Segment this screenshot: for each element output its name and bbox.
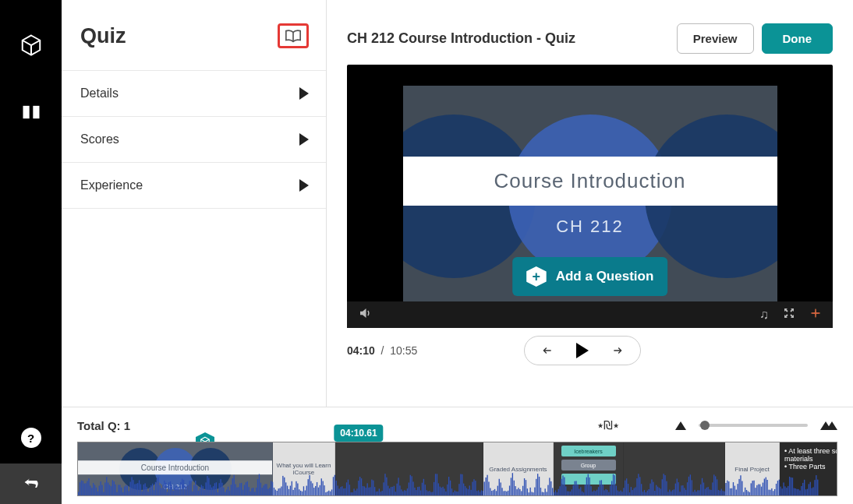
music-icon[interactable]: ♫ [759,308,769,322]
book-open-icon [285,29,302,43]
preview-area: CH 212 Course Introduction - Quiz Previe… [327,0,853,407]
zoom-slider-knob[interactable] [700,421,710,430]
play-icon [576,343,589,358]
plus-icon: + [526,266,547,287]
left-nav-rail: ? [0,0,62,504]
preview-button[interactable]: Preview [677,23,754,54]
panel-item-experience[interactable]: Experience [62,162,326,209]
prev-button[interactable] [540,345,554,356]
panel-item-label: Experience [80,178,143,192]
slide-subtitle: CH 212 [556,217,624,237]
video-control-bar: ♫ [347,301,833,328]
total-time: 10:55 [390,344,417,357]
panel-item-details[interactable]: Details [62,70,326,116]
video-slide: Course Introduction CH 212 + Add a Quest… [403,86,777,307]
next-button[interactable] [611,345,625,356]
chevron-right-icon [299,133,309,146]
svg-rect-1 [33,106,39,118]
chevron-right-icon [299,87,309,100]
app-root: ? Quiz Details Scores [0,0,853,504]
waveform-toggle-icon[interactable]: ٭₪٭ [597,418,619,432]
nav-cube-icon[interactable] [17,31,45,59]
add-question-label: Add a Question [556,269,654,284]
help-button[interactable]: ? [21,428,41,448]
timeline-region: Total Q: 1 ٭₪٭ [62,407,853,504]
play-button[interactable] [576,343,589,358]
panel-item-label: Details [80,86,119,100]
slide-title: Course Introduction [403,157,777,206]
svg-rect-2 [30,106,31,118]
timeline-thumb[interactable]: Course Introduction CH 212 [78,442,273,495]
timeline-header: Total Q: 1 ٭₪٭ [77,418,837,432]
svg-rect-0 [23,106,29,118]
side-panel: Quiz Details Scores Experience [62,0,327,407]
side-panel-header: Quiz [62,0,326,70]
total-questions: Total Q: 1 [77,419,130,432]
zoom-controls: ٭₪٭ [597,418,837,432]
transport-controls [417,336,747,365]
main-region: Quiz Details Scores Experience [62,0,853,504]
video-player[interactable]: Course Introduction CH 212 + Add a Quest… [347,65,833,328]
panel-title: Quiz [80,24,126,48]
chevron-right-icon [299,179,309,192]
done-button[interactable]: Done [762,23,834,54]
timeline-thumb[interactable]: Icebreakers Group [554,442,624,495]
preview-header: CH 212 Course Introduction - Quiz Previe… [347,23,833,54]
timeline-thumb[interactable] [335,442,483,495]
zoom-slider[interactable] [699,424,808,427]
time-display: 04:10 / 10:55 [347,344,417,357]
back-arrow-icon [22,474,41,493]
nav-chapters-icon[interactable] [17,98,45,126]
back-button[interactable] [0,463,62,504]
zoom-in-icon[interactable] [820,421,837,430]
transport-bar: 04:10 / 10:55 [347,336,833,365]
timeline-track[interactable]: Course Introduction CH 212 What you will… [77,442,837,496]
header-actions: Preview Done [677,23,833,54]
add-question-button[interactable]: + Add a Question [512,257,668,296]
timeline-thumb[interactable] [624,442,725,495]
timeline-thumb[interactable]: • At least three sources from assigned c… [780,442,837,495]
volume-icon[interactable] [358,306,372,323]
current-time: 04:10 [347,344,375,357]
timeline-thumb[interactable]: Final Project [725,442,780,495]
playhead-time: 04:10.61 [334,425,383,442]
notes-toggle-button[interactable] [278,23,309,48]
upper-region: Quiz Details Scores Experience [62,0,853,407]
fullscreen-icon[interactable] [783,307,795,322]
video-title: CH 212 Course Introduction - Quiz [347,30,575,47]
timeline-thumb[interactable]: What you will Learn iCourse [273,442,335,495]
sparkle-icon[interactable] [809,307,822,322]
transport-pill [524,336,641,365]
panel-item-scores[interactable]: Scores [62,116,326,162]
zoom-out-icon[interactable] [675,421,686,430]
panel-item-label: Scores [80,132,119,146]
timeline-thumb[interactable]: Graded Assignments [483,442,554,495]
